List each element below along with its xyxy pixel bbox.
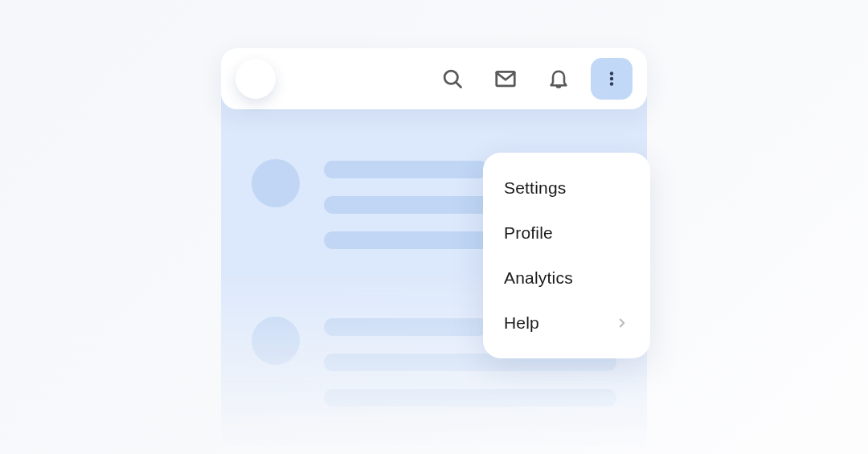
dropdown-item-label: Analytics: [504, 268, 573, 288]
dropdown-item-help[interactable]: Help: [483, 301, 650, 346]
bell-icon: [547, 67, 570, 90]
avatar[interactable]: [235, 59, 276, 99]
mail-icon: [493, 67, 518, 91]
svg-point-3: [610, 72, 613, 75]
svg-line-1: [456, 82, 461, 87]
dropdown-item-profile[interactable]: Profile: [483, 211, 650, 256]
svg-point-4: [610, 77, 613, 80]
topbar: [221, 48, 647, 109]
skeleton-line: [324, 389, 616, 407]
dropdown-item-label: Profile: [504, 223, 553, 243]
dropdown-menu: Settings Profile Analytics Help: [483, 153, 650, 358]
notifications-button[interactable]: [538, 58, 579, 100]
mail-button[interactable]: [485, 58, 526, 100]
skeleton-line: [324, 318, 488, 336]
dropdown-item-label: Settings: [504, 178, 566, 198]
dropdown-item-analytics[interactable]: Analytics: [483, 256, 650, 301]
search-button[interactable]: [432, 58, 473, 100]
more-vertical-icon: [602, 69, 621, 88]
search-icon: [441, 67, 464, 90]
svg-point-5: [610, 82, 613, 85]
chevron-right-icon: [615, 316, 629, 330]
dropdown-item-label: Help: [504, 313, 539, 333]
app-window: Settings Profile Analytics Help: [221, 48, 647, 454]
list-avatar-placeholder: [252, 159, 300, 207]
more-button[interactable]: [591, 58, 633, 100]
list-avatar-placeholder: [252, 317, 300, 365]
skeleton-line: [324, 161, 488, 178]
dropdown-item-settings[interactable]: Settings: [483, 166, 650, 211]
